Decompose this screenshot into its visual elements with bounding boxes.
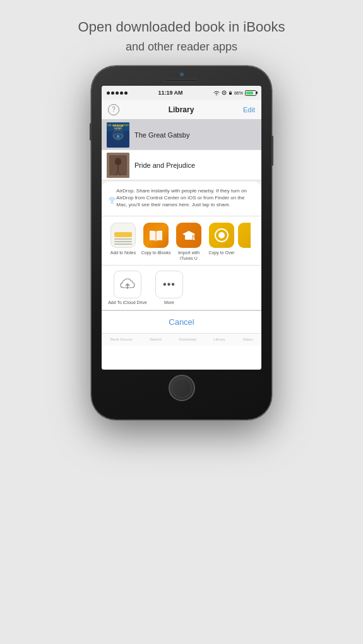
app-icon-itunes bbox=[176, 223, 201, 248]
svg-point-10 bbox=[117, 134, 120, 138]
app-item-notes[interactable]: Add to Notes bbox=[107, 223, 140, 261]
phone-screen: 11:19 AM 86% bbox=[102, 86, 261, 370]
book-title-pride: Pride and Prejudice bbox=[134, 161, 195, 169]
share-sheet: AirDrop. Share instantly with people nea… bbox=[102, 182, 261, 370]
book-item-gatsby[interactable]: THE GREAT GATSBY The Great Gatsby bbox=[102, 120, 261, 150]
tab-bar-peek: Book Source Search Download Library Abou… bbox=[102, 333, 261, 346]
notes-yellow-strip bbox=[114, 232, 132, 237]
app-icon-ibooks bbox=[143, 223, 169, 248]
action-label-more: More bbox=[164, 300, 174, 305]
circle-icon bbox=[215, 228, 229, 242]
dot2 bbox=[111, 91, 114, 95]
svg-rect-2 bbox=[229, 93, 232, 95]
app-icon-partial bbox=[238, 223, 251, 248]
phone-shell: 11:19 AM 86% bbox=[92, 66, 271, 419]
app-item-partial[interactable] bbox=[238, 223, 251, 261]
action-icon-more: ••• bbox=[155, 271, 183, 298]
cancel-label: Cancel bbox=[169, 317, 194, 327]
phone-top-bar bbox=[92, 66, 271, 82]
book-item-pride[interactable]: Pride and Prejudice bbox=[102, 150, 261, 180]
circle-inner bbox=[218, 232, 225, 238]
page-title: Open downloaded book in iBooks and other… bbox=[59, 18, 304, 55]
help-button[interactable]: ? bbox=[108, 104, 119, 115]
action-item-icloud[interactable]: Add To iCloud Drive bbox=[107, 271, 148, 305]
signal-dots bbox=[107, 91, 128, 95]
location-icon bbox=[222, 90, 227, 95]
app-item-copy[interactable]: Copy to Over bbox=[205, 223, 238, 261]
dot4 bbox=[120, 91, 123, 95]
ibooks-book-icon bbox=[148, 229, 164, 242]
app-icon-copy bbox=[209, 223, 234, 248]
time-display: 11:19 AM bbox=[158, 90, 182, 96]
app-label-itunes: Import with iTunes U bbox=[172, 250, 205, 261]
airdrop-description: AirDrop. Share instantly with people nea… bbox=[116, 188, 255, 208]
mortarboard-icon bbox=[181, 228, 196, 242]
nav-bar: ? Library Edit bbox=[102, 100, 261, 120]
cancel-button[interactable]: Cancel bbox=[102, 310, 261, 333]
svg-point-1 bbox=[223, 92, 225, 93]
tab-search: Search bbox=[150, 337, 162, 341]
app-label-copy: Copy to Over bbox=[208, 250, 234, 255]
app-item-ibooks[interactable]: Copy to iBooks bbox=[140, 223, 172, 261]
tab-book-source: Book Source bbox=[110, 337, 132, 341]
app-item-itunes[interactable]: Import with iTunes U bbox=[172, 223, 205, 261]
battery-fill bbox=[246, 91, 253, 95]
home-button-ring bbox=[172, 378, 192, 398]
notes-line1 bbox=[114, 238, 132, 240]
wifi-icon bbox=[213, 90, 220, 96]
battery-percent: 86% bbox=[234, 91, 243, 95]
nav-title: Library bbox=[169, 105, 194, 114]
icloud-upload-icon bbox=[119, 278, 136, 291]
action-item-more[interactable]: ••• More bbox=[148, 271, 190, 305]
svg-text:GATSBY: GATSBY bbox=[114, 127, 122, 130]
action-label-icloud: Add To iCloud Drive bbox=[108, 300, 147, 305]
svg-point-21 bbox=[193, 238, 195, 240]
app-label-notes: Add to Notes bbox=[110, 250, 136, 255]
app-icon-notes bbox=[110, 223, 136, 248]
book-cover-gatsby: THE GREAT GATSBY bbox=[107, 122, 129, 148]
svg-marker-19 bbox=[182, 231, 195, 237]
home-button[interactable] bbox=[169, 375, 195, 401]
status-right: 86% bbox=[213, 90, 256, 96]
dot1 bbox=[107, 91, 110, 95]
phone-speaker bbox=[165, 79, 198, 82]
app-label-ibooks: Copy to iBooks bbox=[141, 250, 170, 255]
dot5 bbox=[124, 91, 128, 95]
tab-download: Download bbox=[179, 337, 196, 341]
lock-icon bbox=[229, 90, 232, 95]
tab-about: About bbox=[242, 337, 253, 341]
dot3 bbox=[116, 91, 119, 95]
book-cover-pride bbox=[107, 153, 129, 178]
airdrop-section: AirDrop. Share instantly with people nea… bbox=[102, 182, 261, 216]
camera-dot bbox=[180, 73, 184, 76]
tab-library: Library bbox=[213, 337, 225, 341]
more-dots-icon: ••• bbox=[163, 279, 176, 290]
edit-button[interactable]: Edit bbox=[243, 106, 255, 114]
actions-row: Add To iCloud Drive ••• More bbox=[102, 266, 261, 310]
notes-lines bbox=[114, 232, 132, 245]
airdrop-icon bbox=[108, 188, 116, 211]
book-list: THE GREAT GATSBY The Great Gatsby bbox=[102, 120, 261, 180]
battery-icon bbox=[245, 90, 256, 96]
action-icon-icloud bbox=[114, 271, 141, 298]
status-bar: 11:19 AM 86% bbox=[102, 86, 261, 100]
book-title-gatsby: The Great Gatsby bbox=[134, 131, 189, 139]
notes-line2 bbox=[114, 241, 132, 242]
notes-line3 bbox=[114, 243, 132, 245]
apps-row: Add to Notes Copy to iBooks bbox=[102, 216, 261, 266]
